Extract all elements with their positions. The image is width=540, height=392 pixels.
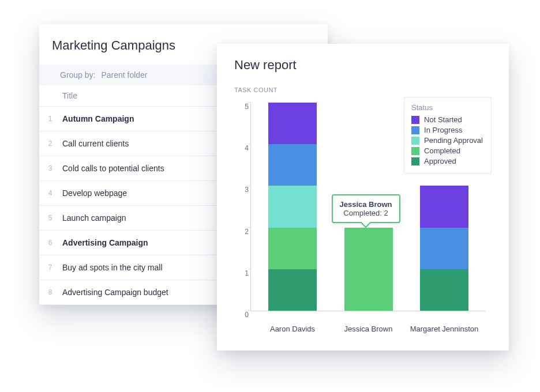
chart: Status Not StartedIn ProgressPending App…: [234, 97, 492, 339]
y-tick: 1: [237, 269, 249, 277]
chart-segment-in-progress[interactable]: [268, 144, 317, 186]
row-num: 3: [39, 156, 55, 181]
row-title[interactable]: Launch campaign: [55, 206, 241, 231]
tooltip-name: Jessica Brown: [340, 200, 392, 209]
row-title[interactable]: Autumn Campaign: [55, 107, 241, 131]
row-title[interactable]: Buy ad spots in the city mall: [55, 255, 241, 280]
y-tick: 0: [237, 311, 249, 319]
x-label: Aaron Davids: [258, 325, 327, 334]
chart-bar[interactable]: Aaron Davids: [268, 103, 317, 311]
x-label: Margaret Jenninston: [410, 325, 479, 334]
chart-segment-approved[interactable]: [268, 269, 317, 311]
groupby-label: Group by:: [60, 70, 95, 80]
col-title[interactable]: Title: [55, 85, 241, 107]
report-card: New report TASK COUNT Status Not Started…: [217, 44, 509, 350]
row-num: 4: [39, 181, 55, 206]
chart-bar[interactable]: Jessica Brown: [344, 228, 393, 311]
card-title: New report: [234, 58, 492, 76]
chart-segment-completed[interactable]: [268, 228, 317, 269]
y-tick: 4: [237, 144, 249, 152]
y-tick: 2: [237, 228, 249, 236]
row-num: 6: [39, 231, 55, 255]
groupby-value[interactable]: Parent folder: [101, 70, 147, 80]
chart-segment-not-started[interactable]: [268, 103, 317, 144]
row-num: 1: [39, 107, 55, 131]
row-title[interactable]: Develop webpage: [55, 181, 241, 206]
y-tick: 3: [237, 186, 249, 194]
row-num: 7: [39, 255, 55, 280]
row-title[interactable]: Cold calls to potential clients: [55, 156, 241, 181]
row-title[interactable]: Call current clients: [55, 131, 241, 156]
row-num: 2: [39, 131, 55, 156]
x-label: Jessica Brown: [334, 325, 403, 334]
col-num: [39, 85, 55, 107]
chart-segment-in-progress[interactable]: [420, 228, 468, 269]
row-title[interactable]: Advertising Campaign: [55, 231, 241, 255]
chart-segment-approved[interactable]: [420, 269, 468, 311]
chart-segment-pending[interactable]: [268, 186, 317, 227]
tooltip-text: Completed: 2: [340, 209, 392, 217]
chart-ylabel: TASK COUNT: [234, 76, 492, 97]
row-num: 5: [39, 206, 55, 231]
row-num: 8: [39, 280, 55, 305]
y-tick: 5: [237, 103, 249, 111]
chart-bar[interactable]: Margaret Jenninston: [420, 186, 468, 311]
chart-tooltip: Jessica Brown Completed: 2: [332, 194, 400, 223]
row-title[interactable]: Advertising Campaign budget: [55, 280, 241, 305]
chart-segment-not-started[interactable]: [420, 186, 468, 227]
chart-segment-completed[interactable]: [344, 228, 393, 311]
